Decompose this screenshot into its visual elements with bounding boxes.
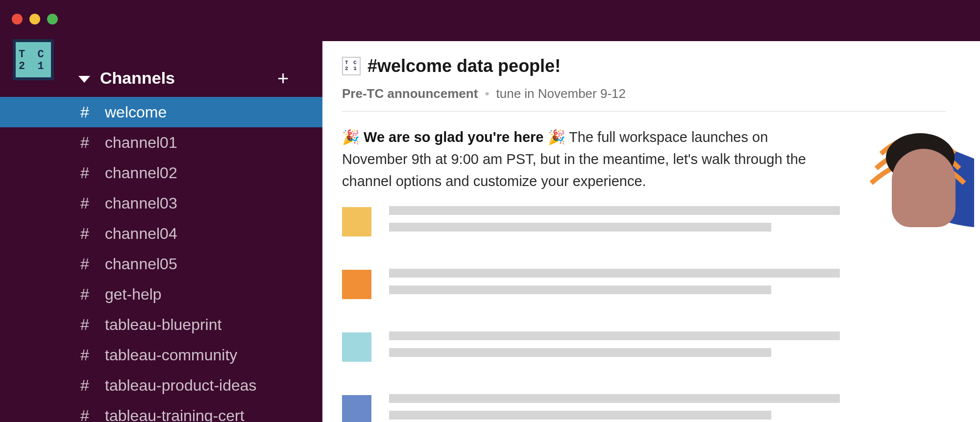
main-content: T C 2 1 #welcome data people! Pre-TC ann… [322, 41, 980, 422]
hash-icon: # [80, 225, 105, 243]
channel-header: T C 2 1 #welcome data people! [342, 56, 953, 76]
placeholder-bars [389, 394, 946, 422]
channel-label: tableau-community [105, 346, 237, 364]
placeholder-bar [389, 223, 771, 232]
placeholder-bar [389, 285, 771, 294]
channel-label: welcome [105, 103, 167, 121]
channel-label: channel01 [105, 134, 177, 152]
placeholder-bars [389, 331, 946, 365]
party-popper-emoji: 🎉 [342, 129, 360, 145]
hash-icon: # [80, 194, 105, 212]
hash-icon: # [80, 407, 105, 422]
hash-icon: # [80, 164, 105, 182]
topic-separator-icon: • [485, 86, 489, 101]
channel-label: channel04 [105, 225, 177, 243]
color-swatch-icon [342, 207, 371, 236]
channels-section-label: Channels [100, 69, 175, 88]
channel-item-tableau-training-cert[interactable]: # tableau-training-cert [0, 400, 322, 422]
placeholder-bar [389, 206, 840, 215]
channel-label: channel05 [105, 255, 177, 273]
welcome-bold: We are so glad you're here [364, 129, 543, 145]
placeholder-bar [389, 331, 840, 340]
channel-item-tableau-blueprint[interactable]: # tableau-blueprint [0, 309, 322, 340]
party-popper-emoji: 🎉 [548, 129, 565, 145]
channel-item-welcome[interactable]: # welcome [0, 97, 322, 127]
channel-item-tableau-community[interactable]: # tableau-community [0, 340, 322, 370]
channel-item-channel05[interactable]: # channel05 [0, 249, 322, 279]
channel-item-get-help[interactable]: # get-help [0, 279, 322, 309]
hash-icon: # [80, 346, 105, 364]
channel-avatar-icon: T C 2 1 [342, 57, 361, 75]
content-placeholder-row [342, 331, 946, 365]
channel-label: tableau-product-ideas [105, 376, 257, 395]
hero-image [866, 129, 974, 232]
color-swatch-icon [342, 270, 371, 299]
welcome-message-block: 🎉 We are so glad you're here 🎉 The full … [342, 126, 946, 422]
placeholder-bar [389, 411, 771, 420]
channel-topic[interactable]: Pre-TC announcement • tune in November 9… [342, 86, 946, 112]
channel-label: tableau-blueprint [105, 316, 221, 334]
content-placeholder-row [342, 206, 946, 239]
content-placeholder-row [342, 269, 946, 302]
channel-item-channel03[interactable]: # channel03 [0, 188, 322, 218]
placeholder-bars [389, 269, 946, 302]
hash-icon: # [80, 376, 105, 395]
sidebar: Channels + # welcome # channel01 # chann… [0, 0, 322, 422]
channel-label: channel02 [105, 164, 177, 182]
hash-icon: # [80, 134, 105, 152]
channel-item-channel04[interactable]: # channel04 [0, 218, 322, 249]
channel-item-channel02[interactable]: # channel02 [0, 158, 322, 188]
channel-label: get-help [105, 285, 162, 304]
placeholder-bar [389, 269, 840, 278]
channel-label: channel03 [105, 194, 177, 212]
welcome-text: 🎉 We are so glad you're here 🎉 The full … [342, 126, 832, 192]
color-swatch-icon [342, 332, 371, 362]
channel-item-channel01[interactable]: # channel01 [0, 127, 322, 158]
channel-label: tableau-training-cert [105, 407, 245, 422]
channels-section-header[interactable]: Channels [78, 69, 175, 88]
placeholder-bar [389, 394, 840, 403]
placeholder-bar [389, 348, 771, 357]
placeholder-bars [389, 206, 946, 239]
topic-secondary: tune in November 9-12 [496, 86, 625, 101]
topic-primary: Pre-TC announcement [342, 86, 478, 101]
hash-icon: # [80, 285, 105, 304]
add-channel-button[interactable]: + [277, 69, 289, 88]
content-placeholder-row [342, 394, 946, 422]
color-swatch-icon [342, 395, 371, 422]
hash-icon: # [80, 103, 105, 121]
hash-icon: # [80, 255, 105, 273]
chevron-down-icon [78, 76, 90, 83]
channel-item-tableau-product-ideas[interactable]: # tableau-product-ideas [0, 370, 322, 400]
channel-title[interactable]: #welcome data people! [368, 56, 561, 76]
hash-icon: # [80, 316, 105, 334]
channel-list: # welcome # channel01 # channel02 # chan… [0, 97, 322, 422]
